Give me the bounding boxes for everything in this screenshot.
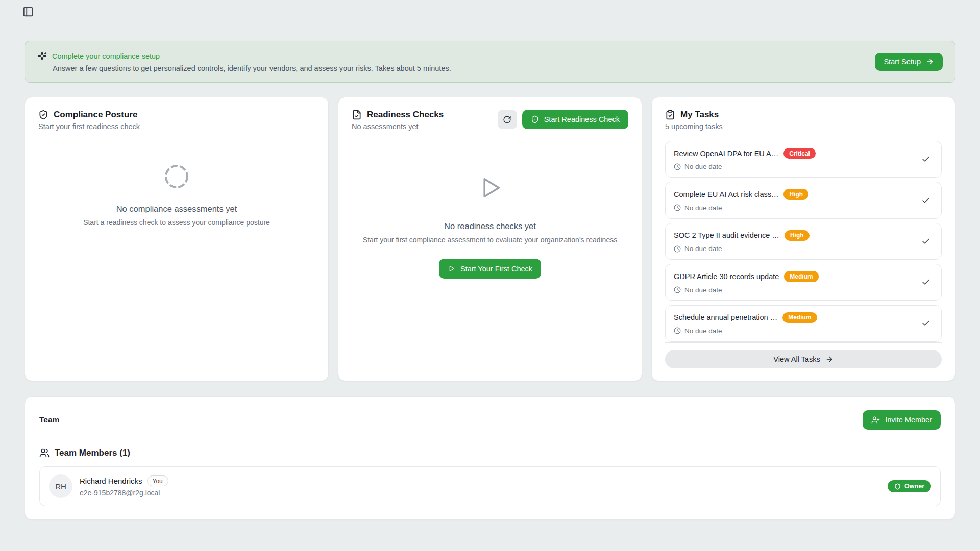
member-name: Richard Hendricks <box>80 477 142 485</box>
start-setup-label: Start Setup <box>884 58 921 66</box>
check-icon <box>921 196 930 205</box>
complete-task-button[interactable] <box>919 316 933 331</box>
team-members-heading: Team Members (1) <box>55 448 130 458</box>
view-all-tasks-button[interactable]: View All Tasks <box>665 350 942 368</box>
task-title: Review OpenAI DPA for EU A… <box>674 149 778 158</box>
check-icon <box>921 278 930 287</box>
priority-badge: Medium <box>784 271 818 282</box>
user-plus-icon <box>871 416 880 424</box>
you-badge: You <box>147 475 168 486</box>
top-bar <box>0 0 980 23</box>
tasks-footer: View All Tasks <box>665 342 942 368</box>
invite-member-button[interactable]: Invite Member <box>863 410 941 430</box>
priority-badge: Medium <box>782 312 817 323</box>
start-readiness-check-label: Start Readiness Check <box>544 115 620 123</box>
team-title: Team <box>39 415 59 424</box>
task-due-date: No due date <box>684 163 722 170</box>
banner-text-block: Complete your compliance setup Answer a … <box>37 51 451 72</box>
complete-task-button[interactable] <box>919 234 933 248</box>
readiness-empty-title: No readiness checks yet <box>444 221 536 231</box>
task-row[interactable]: Review OpenAI DPA for EU A… Critical No … <box>665 141 942 178</box>
task-title: GDPR Article 30 records update <box>674 272 779 281</box>
compliance-empty-state: No compliance assessments yet Start a re… <box>38 162 315 227</box>
check-icon <box>921 319 930 328</box>
priority-badge: High <box>783 189 808 199</box>
sparkles-icon <box>37 51 47 61</box>
avatar: RH <box>49 474 72 498</box>
banner-title: Complete your compliance setup <box>52 52 160 60</box>
my-tasks-subtitle: 5 upcoming tasks <box>665 122 723 131</box>
clock-icon <box>674 163 681 170</box>
task-due-date: No due date <box>684 286 722 294</box>
task-row[interactable]: GDPR Article 30 records update Medium No… <box>665 264 942 300</box>
role-badge: Owner <box>888 480 931 492</box>
start-first-check-label: Start Your First Check <box>460 265 532 273</box>
complete-task-button[interactable] <box>919 152 933 166</box>
team-member-row: RH Richard Hendricks You e2e-915b2788@r2… <box>39 466 941 506</box>
banner-description: Answer a few questions to get personaliz… <box>53 64 451 72</box>
readiness-checks-card: Readiness Checks No assessments yet <box>338 97 642 381</box>
start-first-check-button[interactable]: Start Your First Check <box>439 259 541 279</box>
compliance-posture-title: Compliance Posture <box>54 110 137 120</box>
check-icon <box>921 155 930 164</box>
shield-small-icon <box>894 483 901 490</box>
sidebar-toggle-button[interactable] <box>20 4 36 19</box>
invite-member-label: Invite Member <box>885 416 932 424</box>
view-all-tasks-label: View All Tasks <box>773 355 820 363</box>
task-row[interactable]: Schedule annual penetration … Medium No … <box>665 305 942 342</box>
task-due-date: No due date <box>684 245 722 253</box>
task-row[interactable]: Complete EU AI Act risk class… High No d… <box>665 182 942 218</box>
complete-task-button[interactable] <box>919 193 933 208</box>
task-title: Schedule annual penetration … <box>674 313 777 321</box>
task-title: SOC 2 Type II audit evidence … <box>674 231 779 239</box>
my-tasks-title: My Tasks <box>680 110 719 120</box>
dashboard-cards-row: Compliance Posture Start your first read… <box>24 97 955 381</box>
shield-check-icon <box>38 110 48 120</box>
task-due-date: No due date <box>684 327 722 335</box>
compliance-posture-subtitle: Start your first readiness check <box>38 122 140 131</box>
task-row[interactable]: SOC 2 Type II audit evidence … High No d… <box>665 223 942 260</box>
complete-task-button[interactable] <box>919 275 933 289</box>
team-section: Team Invite Member Team Members (1) RH R… <box>24 396 955 520</box>
task-list: Review OpenAI DPA for EU A… Critical No … <box>665 141 942 342</box>
readiness-checks-subtitle: No assessments yet <box>352 122 444 131</box>
arrow-right-icon <box>926 58 934 66</box>
task-title: Complete EU AI Act risk class… <box>674 190 778 198</box>
readiness-empty-state: No readiness checks yet Start your first… <box>352 174 628 279</box>
dashboard-page: Complete your compliance setup Answer a … <box>0 41 980 520</box>
member-email: e2e-915b2788@r2g.local <box>80 489 168 497</box>
file-check-icon <box>352 110 362 120</box>
readiness-checks-title: Readiness Checks <box>367 110 444 120</box>
refresh-icon <box>503 115 511 124</box>
play-small-icon <box>448 265 455 272</box>
arrow-right-icon <box>825 355 834 363</box>
clock-icon <box>674 327 681 334</box>
play-icon <box>477 174 503 201</box>
users-icon <box>39 448 50 458</box>
clipboard-check-icon <box>665 110 675 120</box>
clock-icon <box>674 204 681 211</box>
role-badge-label: Owner <box>904 483 924 490</box>
start-readiness-check-button[interactable]: Start Readiness Check <box>522 110 628 129</box>
compliance-empty-description: Start a readiness check to assess your c… <box>83 218 270 227</box>
refresh-button[interactable] <box>498 110 517 129</box>
my-tasks-card: My Tasks 5 upcoming tasks Review OpenAI … <box>651 97 955 381</box>
readiness-empty-description: Start your first compliance assessment t… <box>363 236 617 244</box>
compliance-empty-title: No compliance assessments yet <box>116 204 237 214</box>
priority-badge: Critical <box>783 148 816 159</box>
clock-icon <box>674 286 681 293</box>
dashed-circle-icon <box>162 162 191 191</box>
start-setup-button[interactable]: Start Setup <box>875 53 943 71</box>
check-icon <box>921 237 930 246</box>
task-due-date: No due date <box>684 204 722 212</box>
clock-icon <box>674 245 681 253</box>
compliance-posture-card: Compliance Posture Start your first read… <box>24 97 329 381</box>
compliance-setup-banner: Complete your compliance setup Answer a … <box>24 41 955 83</box>
panel-left-icon <box>22 6 34 17</box>
priority-badge: High <box>785 230 810 241</box>
shield-icon <box>531 115 539 123</box>
